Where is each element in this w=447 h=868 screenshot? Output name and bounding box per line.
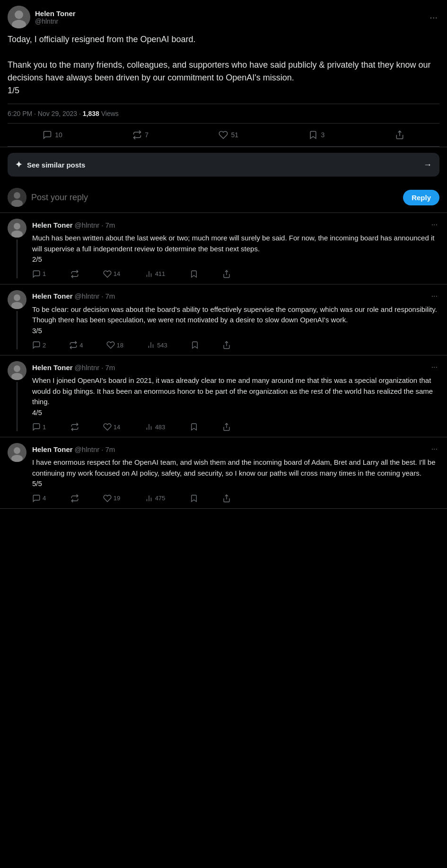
similar-posts-button[interactable]: ✦ See similar posts →	[8, 153, 439, 177]
reply-text-input[interactable]	[31, 193, 398, 203]
reply-4-retweet-icon	[70, 494, 79, 503]
reply-2-timestamp: 7m	[105, 292, 115, 300]
reply-1-views[interactable]: 411	[145, 270, 166, 278]
reply-4-retweet[interactable]	[70, 494, 79, 503]
reply-3-share-icon	[222, 423, 231, 431]
reply-2-bookmark[interactable]	[191, 341, 199, 349]
retweet-action[interactable]: 7	[128, 127, 153, 142]
reply-4-like-count: 19	[114, 495, 120, 502]
reply-4-views[interactable]: 475	[145, 494, 166, 503]
thread-header-3: Helen Toner @hlntnr · 7m ···	[32, 361, 439, 373]
reply-2-views-icon	[147, 341, 155, 349]
reply-2-avatar[interactable]	[8, 290, 26, 309]
reply-2-name[interactable]: Helen Toner	[32, 292, 73, 300]
reply-3-dot: ·	[101, 363, 103, 372]
thread-meta-1: Helen Toner @hlntnr · 7m	[32, 221, 115, 229]
svg-point-5	[14, 192, 20, 199]
reply-1-body: Much has been written about the last wee…	[32, 233, 439, 265]
similar-posts-arrow: →	[423, 160, 432, 170]
tweet-actions: 10 7 51	[8, 124, 439, 147]
thread-container: Helen Toner @hlntnr · 7m ··· Much has be…	[0, 213, 447, 509]
reply-2-comment-icon	[32, 341, 41, 349]
tweet-body: Today, I officially resigned from the Op…	[8, 33, 439, 97]
reply-4-avatar[interactable]	[8, 443, 26, 462]
reply-3-comment-icon	[32, 423, 41, 431]
reply-2-handle[interactable]: @hlntnr	[75, 292, 100, 300]
reply-3-bookmark[interactable]	[190, 423, 198, 431]
main-tweet: Helen Toner @hlntnr ··· Today, I officia…	[0, 0, 447, 147]
author-avatar[interactable]	[8, 6, 30, 28]
reply-4-views-count: 475	[155, 495, 166, 502]
reply-4-actions: 4	[32, 494, 231, 503]
reply-1-more[interactable]: ···	[429, 219, 439, 231]
reply-4-like-icon	[103, 494, 112, 503]
bookmark-icon	[308, 130, 318, 140]
reply-1-like[interactable]: 14	[103, 270, 120, 278]
reply-2-retweet[interactable]: 4	[69, 341, 83, 349]
reply-3-handle[interactable]: @hlntnr	[75, 363, 100, 372]
thread-left-3	[8, 361, 26, 431]
reply-2-comment[interactable]: 2	[32, 341, 46, 349]
reply-2-bookmark-icon	[191, 341, 199, 349]
reply-1-share-icon	[222, 270, 231, 278]
reply-2-more[interactable]: ···	[429, 290, 439, 302]
reply-3-share[interactable]	[222, 423, 231, 431]
retweet-icon	[132, 130, 142, 140]
reply-3-retweet-icon	[70, 423, 79, 431]
bookmark-action[interactable]: 3	[304, 127, 329, 142]
reply-4-comment-count: 4	[43, 495, 46, 502]
reply-button[interactable]: Reply	[403, 190, 439, 205]
reply-3-name[interactable]: Helen Toner	[32, 363, 73, 372]
author-handle[interactable]: @hlntnr	[35, 18, 76, 25]
thread-left-1	[8, 219, 26, 278]
reply-4-comment[interactable]: 4	[32, 494, 46, 503]
reply-1-handle[interactable]: @hlntnr	[75, 221, 100, 229]
reply-1-like-icon	[103, 270, 112, 278]
reply-1-retweet[interactable]	[70, 270, 79, 278]
reply-3-timestamp: 7m	[105, 363, 115, 372]
author-info: Helen Toner @hlntnr	[35, 9, 76, 25]
more-options-button[interactable]: ···	[428, 10, 439, 25]
reply-2-body: To be clear: our decision was about the …	[32, 304, 439, 337]
reply-1-name[interactable]: Helen Toner	[32, 221, 73, 229]
author-name[interactable]: Helen Toner	[35, 9, 76, 18]
reply-4-share-icon	[222, 494, 231, 503]
reply-2-share[interactable]	[222, 341, 231, 349]
reply-2-views[interactable]: 543	[147, 341, 167, 349]
share-icon	[395, 130, 404, 140]
reply-1-comment-icon	[32, 270, 41, 278]
reply-4-more[interactable]: ···	[429, 443, 439, 455]
reply-1-bookmark[interactable]	[190, 270, 198, 278]
tweet-author: Helen Toner @hlntnr	[8, 6, 76, 28]
reply-4-name[interactable]: Helen Toner	[32, 445, 73, 453]
reply-4-handle[interactable]: @hlntnr	[75, 445, 100, 453]
reply-1-avatar[interactable]	[8, 219, 26, 238]
share-action[interactable]	[390, 127, 409, 142]
reply-3-comment[interactable]: 1	[32, 423, 46, 431]
thread-left-4	[8, 443, 26, 503]
reply-4-like[interactable]: 19	[103, 494, 120, 503]
comment-action[interactable]: 10	[38, 127, 67, 142]
reply-4-bookmark[interactable]	[190, 494, 198, 503]
reply-1-share[interactable]	[222, 270, 231, 278]
timestamp-text: 6:20 PM · Nov 29, 2023 ·	[8, 110, 83, 117]
thread-reply-2: Helen Toner @hlntnr · 7m ··· To be clear…	[0, 284, 447, 356]
reply-3-views[interactable]: 483	[145, 423, 166, 431]
reply-1-timestamp: 7m	[105, 221, 115, 229]
views-label: Views	[101, 110, 119, 117]
like-count: 51	[231, 131, 238, 139]
reply-2-actions: 2 4	[32, 341, 231, 349]
reply-3-avatar[interactable]	[8, 361, 26, 380]
thread-content-2: Helen Toner @hlntnr · 7m ··· To be clear…	[32, 290, 439, 350]
reply-3-more[interactable]: ···	[429, 361, 439, 373]
reply-2-retweet-icon	[69, 341, 78, 349]
reply-4-timestamp: 7m	[105, 445, 115, 453]
reply-2-like[interactable]: 18	[106, 341, 123, 349]
reply-4-share[interactable]	[222, 494, 231, 503]
reply-3-like[interactable]: 14	[103, 423, 120, 431]
reply-1-comment[interactable]: 1	[32, 270, 46, 278]
reply-3-retweet[interactable]	[70, 423, 79, 431]
like-action[interactable]: 51	[214, 127, 243, 142]
reply-1-views-count: 411	[155, 270, 166, 277]
like-icon	[219, 130, 228, 140]
